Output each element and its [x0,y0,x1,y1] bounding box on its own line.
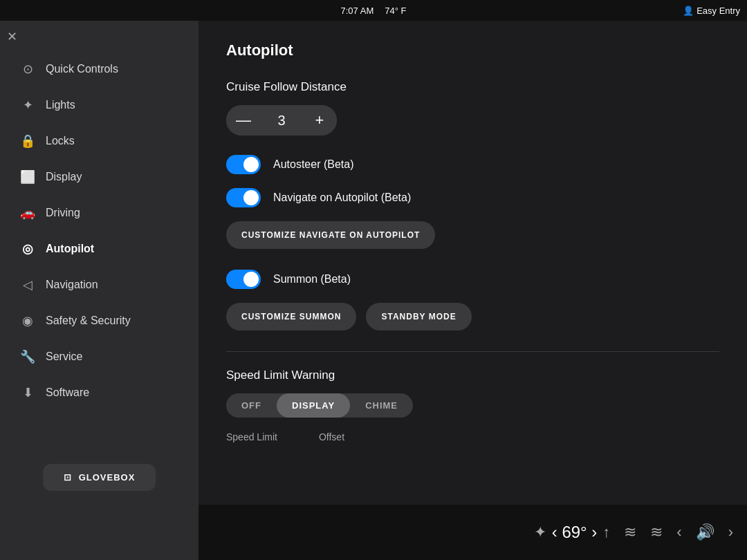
glovebox-label: GLOVEBOX [79,472,136,483]
autopilot-icon: ◎ [19,241,36,256]
cruise-control: — 3 + [226,105,337,136]
sidebar-label-software: Software [46,386,89,399]
quick-controls-icon: ⊙ [19,62,36,77]
easy-entry-label: Easy Entry [697,6,740,16]
volume-icon[interactable]: 🔊 [696,523,714,541]
safety-icon: ◉ [19,313,36,328]
sidebar-item-display[interactable]: ⬜ Display [6,160,193,194]
service-icon: 🔧 [19,349,36,364]
status-time: 7:07 AM [341,6,374,16]
sidebar-label-service: Service [46,351,82,363]
autosteer-row: Autosteer (Beta) [226,155,719,174]
autosteer-toggle[interactable] [226,155,261,174]
customize-nav-btn-row: CUSTOMIZE NAVIGATE ON AUTOPILOT [226,221,719,249]
locks-icon: 🔒 [19,133,36,149]
offset-label: Offset [319,431,344,442]
sidebar-items-list: ⊙ Quick Controls ✦ Lights 🔒 Locks ⬜ Disp… [0,52,199,410]
easy-entry-badge: 👤 Easy Entry [683,6,740,16]
cruise-value: 3 [261,113,302,129]
heat-grid-icon[interactable]: ≋ [624,523,636,541]
sidebar-item-safety[interactable]: ◉ Safety & Security [6,304,193,338]
glovebox-button[interactable]: ⊡ GLOVEBOX [43,464,156,491]
driving-icon: 🚗 [19,205,36,221]
nav-autopilot-toggle[interactable] [226,188,261,207]
customize-summon-button[interactable]: CUSTOMIZE SUMMON [226,303,356,330]
speed-limit-section-label: Speed Limit Warning [226,368,719,382]
summon-toggle[interactable] [226,270,261,289]
bottom-bar-right: ≋ ≋ ‹ 🔊 › [624,523,733,541]
customize-navigate-button[interactable]: CUSTOMIZE NAVIGATE ON AUTOPILOT [226,221,435,249]
summon-toggle-knob [243,272,259,287]
status-bar-right: 👤 Easy Entry [683,6,740,16]
sidebar-item-service[interactable]: 🔧 Service [6,339,193,374]
sidebar-item-navigation[interactable]: ◁ Navigation [6,268,193,302]
summon-row: Summon (Beta) [226,270,719,289]
speed-tab-off[interactable]: OFF [226,393,277,418]
left-arrow[interactable]: ‹ [552,523,557,541]
sidebar-item-lights[interactable]: ✦ Lights [6,88,193,122]
sidebar-label-display: Display [46,171,82,183]
sidebar-label-safety: Safety & Security [46,315,131,327]
speed-limit-label: Speed Limit [226,431,277,442]
nav-autopilot-row: Navigate on Autopilot (Beta) [226,188,719,207]
sidebar-label-lights: Lights [46,99,75,111]
cruise-plus-button[interactable]: + [302,105,337,136]
right-arrow[interactable]: › [591,523,597,541]
cruise-section-label: Cruise Follow Distance [226,80,719,94]
sidebar-item-locks[interactable]: 🔒 Locks [6,124,193,158]
sidebar-close-button[interactable]: ✕ [7,29,17,44]
rear-heat-icon[interactable]: ≋ [650,523,663,541]
status-bar: 7:07 AM 74° F 👤 Easy Entry [0,0,747,21]
speed-tab-display[interactable]: DISPLAY [277,393,350,418]
standby-mode-button[interactable]: STANDBY MODE [366,303,471,330]
sidebar-label-quick-controls: Quick Controls [46,63,118,75]
prev-icon[interactable]: ‹ [676,523,681,541]
next-icon[interactable]: › [728,523,733,541]
navigation-icon: ◁ [19,277,36,292]
nav-autopilot-toggle-knob [243,190,259,205]
main-panel: Autopilot Cruise Follow Distance — 3 + A… [199,21,747,505]
sidebar-menu: ✕ ⊙ Quick Controls ✦ Lights 🔒 Locks ⬜ Di… [0,21,199,560]
nav-autopilot-label: Navigate on Autopilot (Beta) [273,192,411,204]
seat-heat-icon[interactable]: ↑ [602,523,610,541]
fan-icon[interactable]: ✦ [534,523,546,541]
speed-labels: Speed Limit Offset [226,431,719,442]
status-bar-center: 7:07 AM 74° F [341,6,407,16]
temperature-display: ‹ 69° › [552,523,598,542]
speed-warning-tabs: OFF DISPLAY CHIME [226,393,413,418]
panel-title: Autopilot [226,41,719,59]
autosteer-label: Autosteer (Beta) [273,158,354,171]
status-temp: 74° F [385,6,406,16]
sidebar-label-locks: Locks [46,135,75,147]
summon-btn-row: CUSTOMIZE SUMMON STANDBY MODE [226,303,719,330]
display-icon: ⬜ [19,169,36,185]
divider [226,351,719,352]
sidebar-label-driving: Driving [46,207,80,219]
sidebar-item-software[interactable]: ⬇ Software [6,375,193,410]
sidebar-label-autopilot: Autopilot [46,243,94,255]
sidebar-item-driving[interactable]: 🚗 Driving [6,196,193,230]
autosteer-toggle-knob [243,157,259,172]
glovebox-icon: ⊡ [64,472,72,483]
sidebar-item-quick-controls[interactable]: ⊙ Quick Controls [6,52,193,86]
cruise-minus-button[interactable]: — [226,105,261,136]
temp-value: 69° [562,523,587,541]
software-icon: ⬇ [19,385,36,400]
speed-tab-chime[interactable]: CHIME [350,393,413,418]
sidebar-item-autopilot[interactable]: ◎ Autopilot [6,232,193,266]
summon-label: Summon (Beta) [273,273,351,286]
lights-icon: ✦ [19,97,36,113]
sidebar-label-navigation: Navigation [46,279,98,291]
bottom-bar-center: ✦ ‹ 69° › ↑ [534,523,611,542]
